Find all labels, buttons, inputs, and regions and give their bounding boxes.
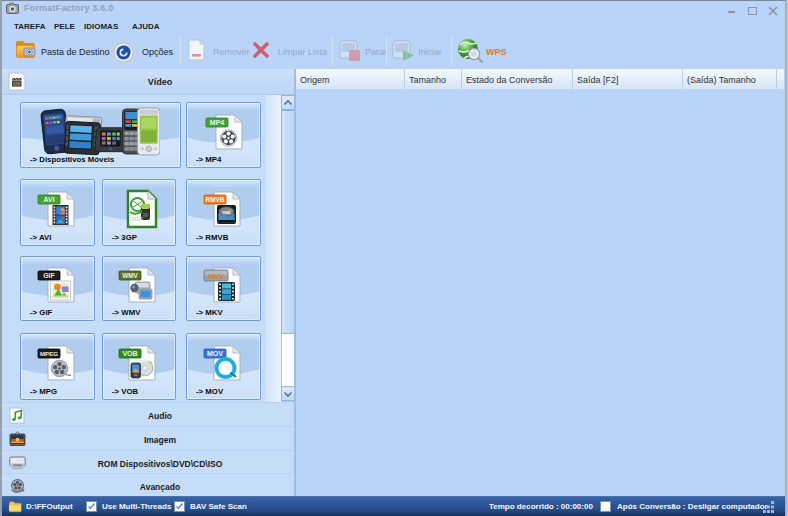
svg-text:MOV: MOV — [207, 350, 223, 357]
svg-text:MP4: MP4 — [210, 119, 225, 126]
svg-text:WMV: WMV — [122, 272, 138, 279]
svg-text:AVI: AVI — [43, 196, 54, 203]
svg-text:GIF: GIF — [43, 272, 55, 279]
svg-text:RMVB: RMVB — [206, 196, 225, 203]
svg-text:VOB: VOB — [122, 350, 137, 357]
svg-text:MKV: MKV — [208, 273, 224, 280]
svg-text:real: real — [222, 210, 230, 215]
svg-text:MPEG: MPEG — [40, 350, 58, 357]
svg-text:3GP: 3GP — [131, 216, 143, 222]
